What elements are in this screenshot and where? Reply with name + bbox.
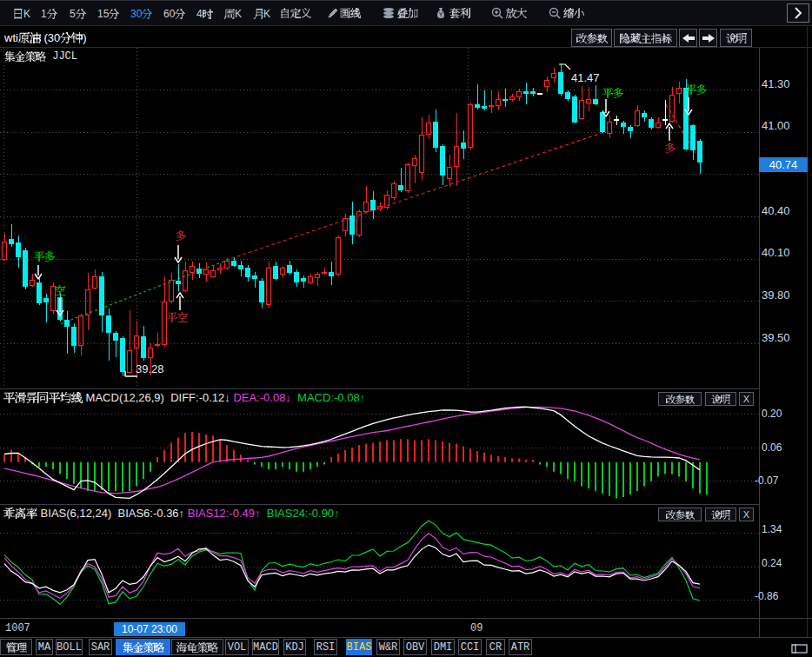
svg-text:Y: Y xyxy=(439,11,443,17)
